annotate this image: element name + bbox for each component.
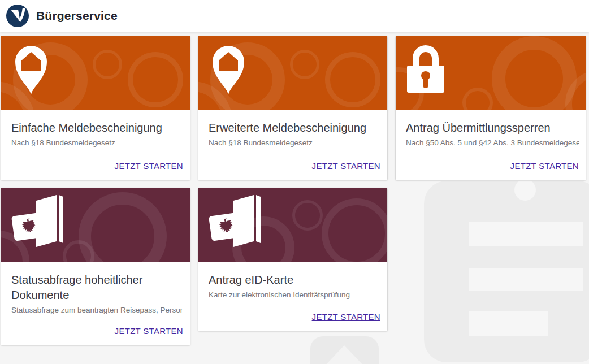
service-card-erweiterte-meldebescheinigung: Erweiterte Meldebescheinigung Nach §18 B… — [198, 36, 387, 180]
skeleton-circle — [514, 179, 536, 201]
skeleton-tile-placeholder — [310, 336, 379, 364]
service-card-statusabfrage-dokumente: Statusabfrage hoheitlicher Dokumente Sta… — [1, 188, 190, 345]
jetzt-starten-link[interactable]: JETZT STARTEN — [312, 312, 380, 322]
skeleton-bar — [469, 222, 583, 246]
app-header: Bürgerservice — [0, 0, 589, 32]
card-title: Einfache Meldebescheinigung — [11, 120, 183, 136]
skeleton-pin-icon — [323, 345, 366, 364]
card-title: Antrag eID-Karte — [209, 272, 380, 288]
app-title: Bürgerservice — [36, 9, 118, 23]
service-card-antrag-eid-karte: Antrag eID-Karte Karte zur elektronische… — [198, 188, 387, 331]
service-card-einfache-meldebescheinigung: Einfache Meldebescheinigung Nach §18 Bun… — [1, 36, 190, 180]
skeleton-bar — [469, 268, 583, 291]
card-subtitle: Nach §50 Abs. 5 und §42 Abs. 3 Bundesmel… — [406, 138, 579, 147]
card-subtitle: Statusabfrage zum beantragten Reisepass,… — [11, 306, 183, 314]
id-card-eagle-icon — [7, 193, 80, 254]
card-media — [1, 188, 190, 262]
map-pin-home-icon — [206, 43, 251, 95]
card-media — [198, 36, 387, 110]
card-subtitle: Nach §18 Bundesmeldegesetz — [209, 138, 380, 147]
card-title: Erweiterte Meldebescheinigung — [209, 120, 380, 136]
jetzt-starten-link[interactable]: JETZT STARTEN — [510, 161, 579, 171]
card-title: Antrag Übermittlungssperren — [406, 120, 579, 136]
buergerservice-logo-icon — [6, 4, 29, 28]
card-subtitle: Nach §18 Bundesmeldegesetz — [11, 138, 183, 147]
lock-icon — [405, 43, 447, 93]
jetzt-starten-link[interactable]: JETZT STARTEN — [115, 161, 183, 171]
card-media — [396, 36, 586, 110]
card-subtitle: Karte zur elektronischen Identitätsprüfu… — [209, 291, 380, 299]
card-media — [198, 188, 387, 262]
jetzt-starten-link[interactable]: JETZT STARTEN — [312, 161, 380, 171]
id-card-eagle-icon — [204, 193, 278, 254]
map-pin-home-icon — [8, 43, 54, 95]
card-title: Statusabfrage hoheitlicher Dokumente — [11, 272, 183, 303]
card-media — [1, 36, 190, 110]
skeleton-bar — [469, 311, 548, 336]
service-card-antrag-uebermittlungssperren: Antrag Übermittlungssperren Nach §50 Abs… — [396, 36, 586, 180]
jetzt-starten-link[interactable]: JETZT STARTEN — [115, 326, 183, 336]
